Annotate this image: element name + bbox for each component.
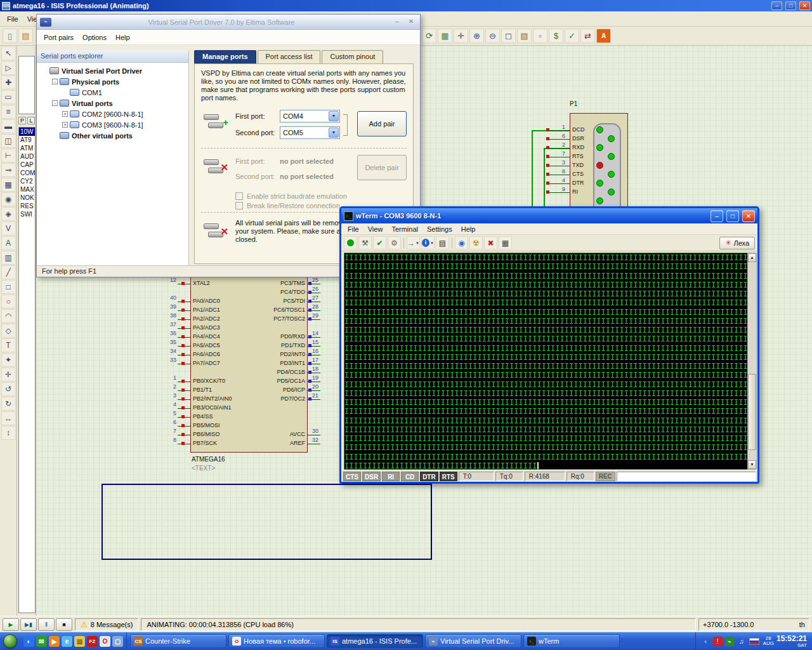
task-opera-forum[interactable]: OНовая тема • robofor... <box>228 634 325 648</box>
clear-screen-icon[interactable]: ✖ <box>484 236 497 249</box>
wterm-menu-view[interactable]: View <box>364 225 387 234</box>
connect-icon[interactable] <box>344 236 357 249</box>
voltage-probe-icon[interactable]: V <box>1 222 16 235</box>
wterm-close-button[interactable]: ✕ <box>742 210 755 222</box>
task-isis[interactable]: ISatmega16 - ISIS Profe... <box>327 634 423 648</box>
quicklaunch-browser-icon[interactable]: ◐ <box>23 636 34 647</box>
wterm-minimize-button[interactable]: – <box>710 210 723 222</box>
mirror-y-icon[interactable]: ↕ <box>1 426 16 440</box>
vspd-close-button[interactable]: ✕ <box>405 17 417 27</box>
tree-item[interactable]: +COM3 [9600-N-8-1] <box>38 119 187 130</box>
device-item[interactable]: RES <box>19 202 35 210</box>
tree-item[interactable]: -Virtual ports <box>38 98 187 109</box>
device-item[interactable]: ATM <box>19 144 35 152</box>
rotate-ccw-icon[interactable]: ↺ <box>1 382 16 396</box>
apply-settings-icon[interactable]: ✔ <box>373 236 386 249</box>
user-macro-button[interactable]: ✳ Леха <box>719 237 755 249</box>
vspd-menu-port-pairs[interactable]: Port pairs <box>39 32 78 43</box>
chevron-down-icon[interactable]: ▼ <box>329 111 339 121</box>
tree-item[interactable]: +COM2 [9600-N-8-1] <box>38 109 187 119</box>
info-icon[interactable]: i▼ <box>421 236 435 249</box>
tab-custom-pinout[interactable]: Custom pinout <box>322 50 383 63</box>
chevron-down-icon[interactable]: ▼ <box>329 128 339 138</box>
wterm-menu-settings[interactable]: Settings <box>423 225 456 234</box>
isis-maximize-button[interactable]: □ <box>785 1 796 10</box>
electrical-rules-check-icon[interactable]: ✓ <box>565 29 579 43</box>
new-sheet-icon[interactable]: ▫ <box>533 29 547 43</box>
break-line-checkbox[interactable] <box>235 202 243 209</box>
rotate-cw-icon[interactable]: ↻ <box>1 397 16 411</box>
device-pin-icon[interactable]: ⊸ <box>1 163 16 177</box>
play-button[interactable]: ▶ <box>3 618 19 631</box>
false-origin-icon[interactable]: ✛ <box>454 29 468 43</box>
device-item[interactable]: NOK <box>19 194 35 202</box>
wterm-menu-file[interactable]: File <box>344 225 363 234</box>
task-wterm[interactable]: ›_wTerm <box>523 634 620 648</box>
bus-icon[interactable]: ▬ <box>1 119 16 133</box>
graph-mode-icon[interactable]: ▦ <box>1 178 16 192</box>
isis-minimize-button[interactable]: – <box>771 1 782 10</box>
2d-path-icon[interactable]: ◇ <box>1 324 16 338</box>
vspd-menu-options[interactable]: Options <box>78 32 111 43</box>
device-item[interactable]: MAX <box>19 185 35 194</box>
2d-symbol-icon[interactable]: ✦ <box>1 353 16 367</box>
isis-menu-file[interactable]: File <box>3 13 23 25</box>
open-design-icon[interactable]: ▤ <box>18 29 33 43</box>
tray-language-icon[interactable] <box>749 638 759 645</box>
tree-item[interactable]: -Physical ports <box>38 76 187 87</box>
2d-line-icon[interactable]: ╱ <box>1 265 16 279</box>
mirror-x-icon[interactable]: ↔ <box>1 411 16 425</box>
2d-box-icon[interactable]: □ <box>1 280 16 294</box>
redraw-icon[interactable]: ⟳ <box>422 29 436 43</box>
device-item[interactable]: COM <box>19 169 35 177</box>
tree-item[interactable]: COM1 <box>38 87 187 98</box>
quicklaunch-media-icon[interactable]: ▶ <box>49 636 60 647</box>
device-item[interactable]: AUD <box>19 152 35 161</box>
text-script-icon[interactable]: ≡ <box>1 105 16 119</box>
current-probe-icon[interactable]: A <box>1 236 16 250</box>
tray-antivirus-icon[interactable]: ! <box>713 637 723 646</box>
step-button[interactable]: ▶▮ <box>20 618 37 631</box>
pick-devices-button[interactable]: P <box>18 117 26 124</box>
device-item[interactable]: SWI <box>19 210 35 218</box>
2d-text-icon[interactable]: T <box>1 338 16 352</box>
quicklaunch-filezilla-icon[interactable]: FZ <box>87 636 98 647</box>
vspd-menu-help[interactable]: Help <box>111 32 134 43</box>
scroll-down-button[interactable]: ▼ <box>748 460 756 469</box>
quicklaunch-opera-icon[interactable]: O <box>100 636 110 647</box>
port-setup-icon[interactable]: ⚒ <box>358 236 372 249</box>
tree-item[interactable]: Other virtual ports <box>38 130 187 141</box>
delete-pair-button[interactable]: Delete pair <box>357 155 407 180</box>
capture-log-icon[interactable]: ▤ <box>436 236 449 249</box>
radiation-icon[interactable]: ☢ <box>469 236 483 249</box>
2d-marker-icon[interactable]: ✛ <box>1 368 16 381</box>
isis-close-button[interactable]: ✕ <box>799 1 810 10</box>
library-manager-button[interactable]: L <box>27 117 35 124</box>
first-port-select[interactable]: COM4 ▼ <box>280 110 340 123</box>
virtual-instruments-icon[interactable]: ▥ <box>1 251 16 265</box>
subcircuit-icon[interactable]: ◫ <box>1 134 16 148</box>
wire-label-icon[interactable]: ▭ <box>1 90 16 104</box>
netlist-transfer-icon[interactable]: ⇄ <box>580 29 595 43</box>
second-port-select[interactable]: COM5 ▼ <box>280 126 340 139</box>
new-design-icon[interactable]: ▯ <box>3 29 17 43</box>
vspd-minimize-button[interactable]: – <box>391 17 403 27</box>
wterm-menu-help[interactable]: Help <box>457 225 480 234</box>
tree-expander[interactable]: - <box>52 100 58 106</box>
zoom-all-icon[interactable]: ◻ <box>501 29 516 43</box>
tray-connection-icon[interactable]: ⌁ <box>725 637 735 646</box>
message-log[interactable]: ⚠ 8 Message(s) <box>75 618 138 631</box>
terminal-mode-icon[interactable]: ⊢ <box>1 149 16 162</box>
zoom-out-icon[interactable]: ⊖ <box>485 29 500 43</box>
tape-recorder-icon[interactable]: ◉ <box>1 192 16 206</box>
wterm-maximize-button[interactable]: □ <box>726 210 739 222</box>
scroll-thumb[interactable] <box>748 374 756 450</box>
2d-arc-icon[interactable]: ◠ <box>1 309 16 323</box>
tab-port-access-list[interactable]: Port access list <box>258 50 321 63</box>
terminal-scrollbar[interactable]: ▲ ▼ <box>747 253 757 470</box>
atmega16-component[interactable]: ATMEGA16 <TEXT> 12XTAL240PA0/ADC039PA1/A… <box>159 267 343 477</box>
2d-circle-icon[interactable]: ○ <box>1 295 16 308</box>
tray-hidden-chevron[interactable]: ‹ <box>701 637 710 646</box>
task-counter-strike[interactable]: CSCounter-Strike <box>130 634 226 648</box>
tree-expander[interactable]: + <box>62 122 68 128</box>
